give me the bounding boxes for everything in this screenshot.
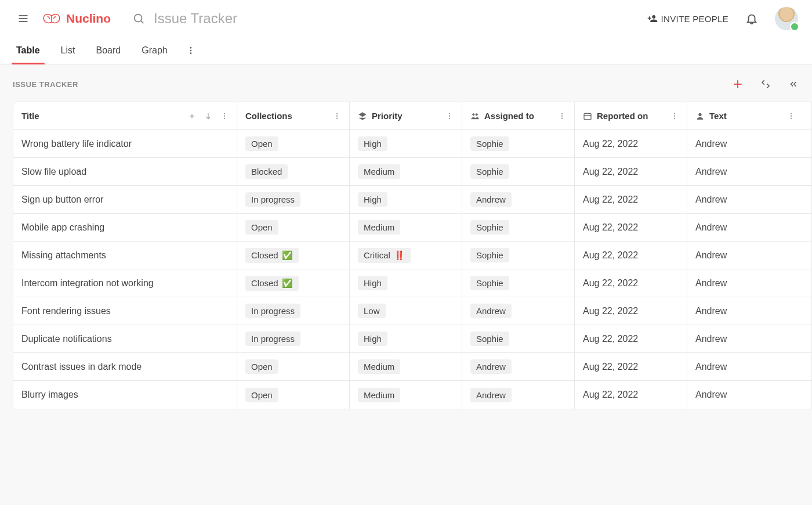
cell-title[interactable]: Sign up button error [13,186,237,213]
table-row[interactable]: Missing attachmentsClosed✅Critical‼️Soph… [13,242,811,269]
reporter-name: Andrew [695,139,727,149]
table-row[interactable]: Sign up button errorIn progressHighAndre… [13,186,811,214]
search-input[interactable] [153,10,327,27]
assignee-chip[interactable]: Sophie [470,332,509,346]
column-title-more[interactable] [220,112,229,120]
priority-chip[interactable]: High [358,136,387,151]
collection-chip[interactable]: In progress [245,332,300,346]
cell-priority: Medium [350,214,462,241]
svg-point-6 [190,50,191,52]
more-vertical-icon [558,112,566,120]
cell-title[interactable]: Font rendering issues [13,297,237,325]
cell-title[interactable]: Blurry images [13,381,237,409]
search-button[interactable] [129,9,148,28]
assignee-chip[interactable]: Andrew [470,388,512,402]
reported-date: Aug 22, 2022 [583,362,638,372]
priority-chip[interactable]: High [358,192,387,207]
column-header-title[interactable]: Title [13,102,237,129]
table-row[interactable]: Font rendering issuesIn progressLowAndre… [13,297,811,325]
invite-people-button[interactable]: INVITE PEOPLE [647,13,728,24]
reported-date: Aug 22, 2022 [583,167,638,177]
collection-chip[interactable]: Open [245,136,278,151]
brand-logo[interactable]: Nuclino [42,11,111,26]
assignee-chip[interactable]: Andrew [470,304,512,318]
table-row[interactable]: Slow file uploadBlockedMediumSophieAug 2… [13,158,811,186]
column-reported-more[interactable] [670,112,679,120]
column-assigned-more[interactable] [558,112,566,120]
tab-board[interactable]: Board [94,37,124,64]
column-header-priority[interactable]: Priority [350,102,462,129]
priority-chip[interactable]: Critical‼️ [358,248,411,263]
breadcrumb[interactable]: ISSUE TRACKER [13,80,78,89]
tab-table[interactable]: Table [14,37,42,64]
cell-collections: Blocked [237,158,350,185]
cell-title[interactable]: Mobile app crashing [13,214,237,241]
priority-chip[interactable]: Medium [358,220,400,235]
collection-chip[interactable]: Open [245,220,278,235]
column-header-assigned[interactable]: Assigned to [462,102,575,129]
collection-chip[interactable]: Closed✅ [245,248,299,263]
emoji-icon: ✅ [282,250,293,261]
svg-point-31 [674,113,675,114]
priority-chip[interactable]: Medium [358,359,400,374]
collapse-button[interactable] [756,75,775,93]
cell-reported: Aug 22, 2022 [575,158,687,185]
tabs-more-button[interactable] [186,46,195,55]
svg-point-19 [449,113,450,114]
column-collections-more[interactable] [333,112,341,120]
assignee-chip[interactable]: Sophie [470,164,509,179]
collection-chip[interactable]: Blocked [245,164,288,179]
svg-point-21 [449,117,450,118]
column-header-collections[interactable]: Collections [237,102,350,129]
assignee-chip[interactable]: Sophie [470,136,509,151]
invite-label: INVITE PEOPLE [661,14,728,24]
cell-title[interactable]: Intercom integration not working [13,269,237,297]
table-row[interactable]: Wrong battery life indicatorOpenHighSoph… [13,130,811,158]
assignee-chip[interactable]: Sophie [470,276,509,290]
cell-title[interactable]: Missing attachments [13,242,237,269]
sort-button[interactable] [204,112,212,120]
table-row[interactable]: Contrast issues in dark modeOpenMediumAn… [13,353,811,381]
collection-chip[interactable]: Closed✅ [245,276,299,291]
collection-chip[interactable]: Open [245,359,278,374]
cell-collections: Open [237,381,350,409]
priority-chip[interactable]: High [358,276,387,290]
column-header-text[interactable]: Text [687,102,803,129]
assignee-chip[interactable]: Sophie [470,220,509,235]
more-vertical-icon [333,112,341,120]
notifications-button[interactable] [742,9,761,28]
panel-toggle-button[interactable] [784,75,803,93]
collection-chip[interactable]: In progress [245,192,300,207]
svg-point-36 [791,115,792,116]
cell-title[interactable]: Wrong battery life indicator [13,130,237,157]
tab-graph[interactable]: Graph [139,37,169,64]
assignee-chip[interactable]: Andrew [470,192,512,207]
column-priority-more[interactable] [445,112,454,120]
priority-chip[interactable]: High [358,332,387,346]
assignee-chip[interactable]: Andrew [470,359,512,374]
table-row[interactable]: Mobile app crashingOpenMediumSophieAug 2… [13,214,811,242]
svg-rect-27 [584,113,591,120]
menu-button[interactable] [14,9,32,28]
table-row[interactable]: Blurry imagesOpenMediumAndrewAug 22, 202… [13,381,811,409]
cell-title[interactable]: Slow file upload [13,158,237,185]
collection-chip[interactable]: In progress [245,304,300,318]
collection-chip[interactable]: Open [245,388,278,402]
priority-chip[interactable]: Low [358,304,386,318]
column-header-reported[interactable]: Reported on [575,102,687,129]
cell-title[interactable]: Duplicate notifications [13,325,237,352]
user-avatar[interactable] [775,7,798,30]
assignee-chip[interactable]: Sophie [470,248,509,262]
priority-chip[interactable]: Medium [358,164,400,179]
cell-title[interactable]: Contrast issues in dark mode [13,353,237,380]
add-column-button[interactable] [188,112,196,120]
person-icon [695,111,705,121]
column-text-more[interactable] [787,112,795,120]
table-row[interactable]: Intercom integration not workingClosed✅H… [13,269,811,297]
add-row-button[interactable] [728,75,747,93]
table-row[interactable]: Duplicate notificationsIn progressHighSo… [13,325,811,353]
tab-list[interactable]: List [59,37,78,64]
issue-title: Contrast issues in dark mode [21,362,142,372]
priority-chip[interactable]: Medium [358,388,400,402]
cell-assigned: Sophie [462,269,575,297]
